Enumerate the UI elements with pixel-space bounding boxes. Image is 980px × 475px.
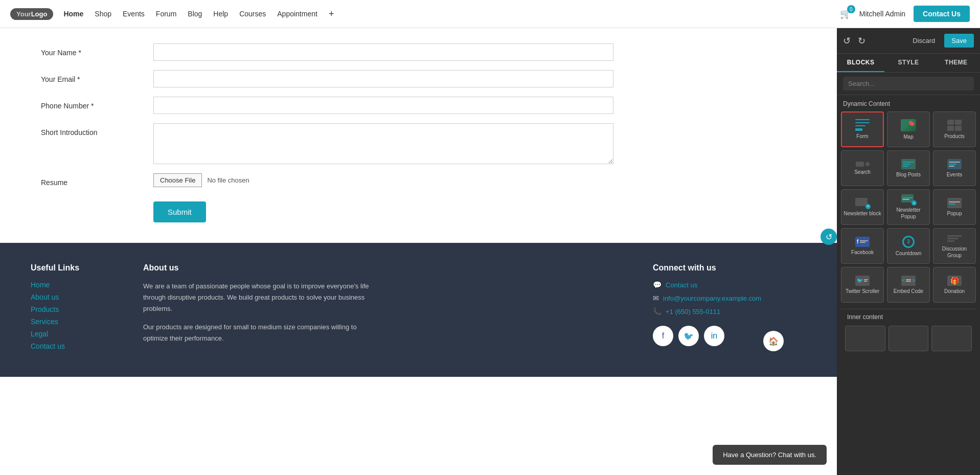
- block-facebook[interactable]: f Facebook: [841, 228, 884, 264]
- twitter-social-button[interactable]: 🐦: [678, 326, 699, 346]
- user-menu[interactable]: Mitchell Admin: [859, 10, 905, 18]
- block-twitter-scroller-label: Twitter Scroller: [846, 288, 879, 295]
- connect-email[interactable]: info@yourcompany.example.com: [663, 295, 761, 302]
- about-text-1: We are a team of passionate people whose…: [143, 281, 378, 314]
- about-heading: About us: [143, 263, 378, 273]
- nav-links: Home Shop Events Forum Blog Help Courses…: [63, 9, 827, 19]
- nav-blog[interactable]: Blog: [188, 10, 202, 18]
- right-sidebar: ↺ ↻ Discard Save BLOCKS STYLE THEME Dyna…: [837, 28, 980, 475]
- form-block-icon: [855, 119, 870, 131]
- block-facebook-label: Facebook: [851, 249, 874, 256]
- connect-phone[interactable]: +1 (650) 555-0111: [666, 308, 720, 315]
- list-item: Services: [31, 318, 123, 326]
- cart-icon[interactable]: 🛒 0: [840, 8, 851, 19]
- block-newsletter-popup[interactable]: + Newsletter Popup: [887, 189, 930, 225]
- map-block-icon: [901, 119, 916, 131]
- footer-link-home[interactable]: Home: [31, 281, 50, 289]
- navbar: YourLogo Home Shop Events Forum Blog Hel…: [0, 0, 980, 28]
- facebook-block-icon: f: [855, 237, 870, 247]
- linkedin-social-button[interactable]: in: [704, 326, 724, 346]
- footer: Useful Links Home About us Products Serv…: [0, 243, 837, 377]
- blocks-content: Dynamic Content Form: [837, 95, 980, 475]
- refresh-icon[interactable]: ↺: [821, 229, 837, 245]
- block-popup[interactable]: Popup: [933, 189, 976, 225]
- block-donation-label: Donation: [944, 288, 965, 295]
- inner-block-2[interactable]: [888, 326, 929, 351]
- undo-icon[interactable]: ↺: [843, 35, 851, 47]
- add-menu-icon[interactable]: +: [329, 9, 334, 19]
- block-discussion-group[interactable]: Discussion Group: [933, 228, 976, 264]
- contact-us-button[interactable]: Contact Us: [914, 6, 970, 22]
- blog-block-icon: [901, 159, 916, 169]
- textarea-intro[interactable]: [153, 123, 613, 164]
- products-block-icon: [947, 120, 962, 131]
- social-icons: f 🐦 in: [653, 326, 724, 346]
- donation-block-icon: 🎁: [947, 276, 962, 286]
- topbar-icons: ↺ ↻: [843, 35, 865, 47]
- nav-home[interactable]: Home: [63, 10, 83, 18]
- inner-block-1[interactable]: [845, 326, 885, 351]
- footer-link-products[interactable]: Products: [31, 305, 59, 313]
- nav-shop[interactable]: Shop: [95, 10, 111, 18]
- footer-link-about[interactable]: About us: [31, 293, 59, 301]
- block-products[interactable]: Products: [933, 111, 976, 147]
- no-file-text: No file chosen: [207, 176, 249, 184]
- footer-spacer: [398, 263, 633, 356]
- inner-content-label: Inner content: [841, 309, 976, 323]
- input-phone[interactable]: [153, 97, 613, 114]
- connect-heading: Connect with us: [653, 263, 806, 273]
- tab-style[interactable]: STYLE: [884, 54, 932, 72]
- home-icon-button[interactable]: 🏠: [763, 331, 784, 351]
- phone-icon: 📞: [653, 307, 662, 315]
- input-email[interactable]: [153, 70, 613, 87]
- block-donation[interactable]: 🎁 Donation: [933, 267, 976, 303]
- footer-link-contact[interactable]: Contact us: [31, 342, 65, 350]
- block-embed-code-label: Embed Code: [894, 288, 923, 295]
- block-countdown[interactable]: 3 Countdown: [887, 228, 930, 264]
- search-input[interactable]: [843, 77, 974, 91]
- block-map[interactable]: Map: [887, 111, 930, 147]
- block-form[interactable]: Form: [841, 111, 884, 147]
- block-events-label: Events: [947, 171, 963, 178]
- input-name[interactable]: [153, 43, 613, 61]
- facebook-social-button[interactable]: f: [653, 326, 673, 346]
- form-section: Your Name * Your Email * Phone Number * …: [0, 28, 837, 243]
- twitter-scroller-icon: 🐦: [855, 276, 870, 286]
- chat-bubble[interactable]: Have a Question? Chat with us.: [713, 445, 827, 465]
- block-newsletter-label: Newsletter block: [844, 210, 881, 217]
- footer-about: About us We are a team of passionate peo…: [143, 263, 378, 356]
- useful-links-list: Home About us Products Services Legal Co…: [31, 281, 123, 350]
- block-events[interactable]: Events: [933, 150, 976, 186]
- footer-link-legal[interactable]: Legal: [31, 330, 48, 338]
- nav-courses[interactable]: Courses: [239, 10, 266, 18]
- sidebar-topbar: ↺ ↻ Discard Save: [837, 28, 980, 54]
- block-newsletter[interactable]: + Newsletter block: [841, 189, 884, 225]
- save-button[interactable]: Save: [944, 34, 974, 48]
- block-blog-posts[interactable]: Blog Posts: [887, 150, 930, 186]
- discard-button[interactable]: Discard: [908, 34, 939, 48]
- nav-events[interactable]: Events: [123, 10, 145, 18]
- block-embed-code[interactable]: < > Embed Code: [887, 267, 930, 303]
- nav-forum[interactable]: Forum: [156, 10, 176, 18]
- chat-icon: 💬: [653, 281, 662, 289]
- tab-theme[interactable]: THEME: [932, 54, 980, 72]
- inner-blocks-grid: [841, 323, 976, 354]
- block-popup-label: Popup: [947, 210, 962, 217]
- list-item: ✉ info@yourcompany.example.com: [653, 294, 806, 302]
- label-intro: Short Introduction: [41, 123, 153, 137]
- submit-button[interactable]: Submit: [153, 201, 206, 222]
- block-search[interactable]: Search: [841, 150, 884, 186]
- navbar-right: 🛒 0 Mitchell Admin Contact Us: [838, 6, 970, 22]
- discussion-group-icon: [947, 233, 962, 243]
- tab-blocks[interactable]: BLOCKS: [837, 54, 884, 72]
- nav-appointment[interactable]: Appointment: [277, 10, 317, 18]
- redo-icon[interactable]: ↻: [858, 35, 865, 47]
- connect-contact[interactable]: Contact us: [666, 281, 697, 289]
- footer-link-services[interactable]: Services: [31, 318, 58, 326]
- choose-file-button[interactable]: Choose File: [153, 173, 202, 187]
- inner-block-3[interactable]: [931, 326, 972, 351]
- list-item: Home: [31, 281, 123, 289]
- block-twitter-scroller[interactable]: 🐦 Twitter Scroller: [841, 267, 884, 303]
- nav-help[interactable]: Help: [213, 10, 228, 18]
- topbar-actions: Discard Save: [908, 34, 974, 48]
